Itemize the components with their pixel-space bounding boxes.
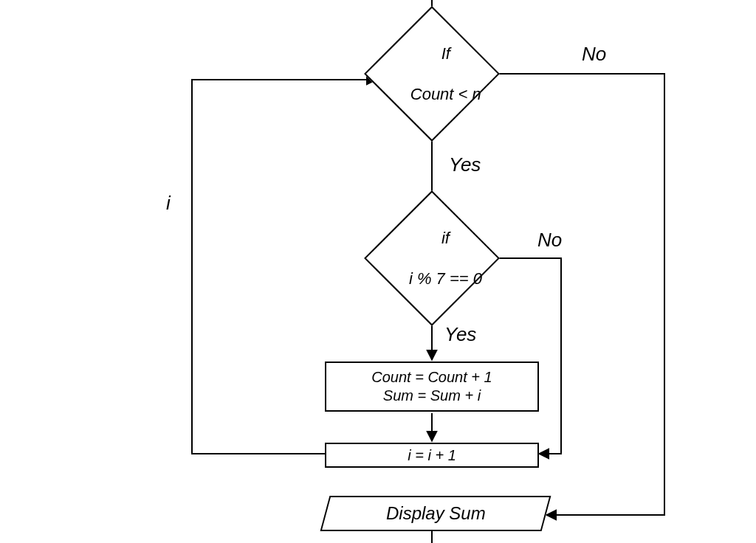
label-loop-side: i [166, 192, 171, 215]
label-d1-yes: Yes [449, 153, 481, 176]
label-d2-no: No [537, 229, 562, 252]
label-d2-yes: Yes [444, 323, 476, 346]
decision-count-lt-n: If Count < n [364, 6, 500, 142]
process1-line2: Sum = Sum + i [383, 387, 481, 405]
io-display-sum-text: Display Sum [386, 503, 486, 524]
io-display-sum: Display Sum [320, 496, 551, 531]
process-update-count-sum: Count = Count + 1 Sum = Sum + i [325, 362, 539, 412]
process-increment-i: i = i + 1 [325, 443, 539, 468]
decision1-line2: Count < n [410, 85, 481, 103]
process2-text: i = i + 1 [408, 446, 456, 465]
process1-line1: Count = Count + 1 [371, 368, 492, 387]
flowchart-canvas: If Count < n if i % 7 == 0 Count = Count… [0, 0, 756, 543]
decision-i-mod-7: if i % 7 == 0 [364, 190, 500, 326]
decision1-line1: If [441, 44, 450, 63]
decision2-line1: if [441, 229, 450, 247]
label-d1-no: No [582, 43, 606, 66]
decision2-line2: i % 7 == 0 [409, 269, 482, 288]
